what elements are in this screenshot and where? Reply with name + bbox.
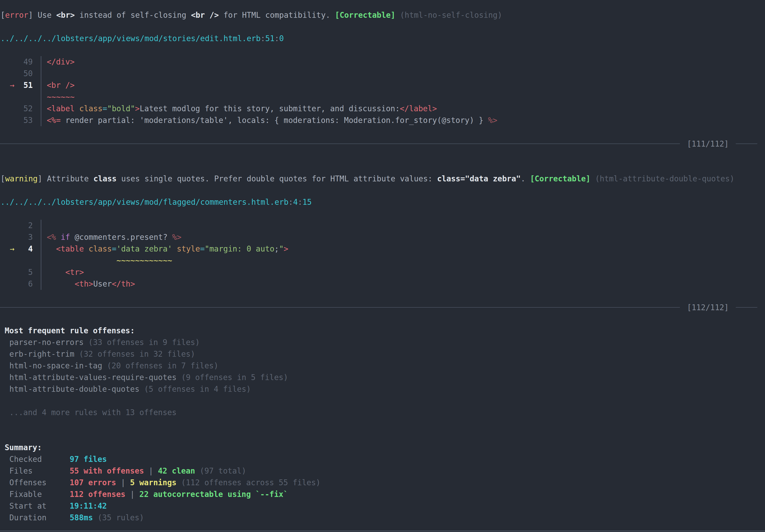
summary-value: 112 offenses | 22 autocorrectable using … — [70, 488, 288, 500]
code-text: </div> — [41, 56, 765, 68]
code-line-flagged: →51 <br /> — [0, 80, 765, 91]
rule-name: erb-right-trim — [9, 349, 74, 358]
code-text: ~~~~~~ — [41, 91, 765, 103]
divider-line — [0, 307, 680, 307]
summary-row-files: Files 55 with offenses | 42 clean (97 to… — [0, 465, 765, 477]
file-path-text: ../../../../lobsters/app/views/mod/stori… — [0, 34, 261, 43]
line-number: 3 — [28, 233, 33, 242]
offense-arrow-icon: → — [10, 243, 15, 255]
line-number: 5 — [28, 267, 33, 277]
severity-warning: warning — [5, 174, 38, 183]
summary-label: Checked — [9, 453, 70, 465]
summary-row-offenses: Offenses 107 errors | 5 warnings (112 of… — [0, 477, 765, 488]
file-path-text: ../../../../lobsters/app/views/mod/flagg… — [0, 198, 289, 207]
line-number: 53 — [23, 116, 33, 125]
line-number: 51 — [23, 81, 33, 90]
summary-label: Fixable — [9, 488, 70, 500]
progress-divider: [112/112] — [0, 301, 765, 313]
column-number-ref: 0 — [279, 34, 284, 43]
code-text — [41, 220, 765, 232]
rule-name: html-attribute-double-quotes — [9, 384, 139, 394]
summary-row-fixable: Fixable 112 offenses | 22 autocorrectabl… — [0, 488, 765, 500]
code-text: ~~~~~~~~~~~~ — [41, 255, 765, 266]
rule-count: (5 offenses in 4 files) — [144, 384, 251, 394]
code-text: <% if @commenters.present? %> — [41, 232, 765, 243]
divider-line — [736, 307, 757, 307]
summary-value: 97 files — [70, 453, 107, 465]
summary-row-start: Start at 19:11:42 — [0, 500, 765, 512]
progress-counter: [112/112] — [687, 303, 729, 312]
correctable-tag: [Correctable] — [335, 11, 395, 20]
line-number: 2 — [28, 221, 33, 230]
line-number: 52 — [23, 104, 33, 113]
code-line: 6 <th>User</th> — [0, 278, 765, 290]
rule-id: (html-attribute-double-quotes) — [595, 174, 734, 183]
offense-arrow-icon: → — [10, 80, 15, 91]
rule-item: parser-no-errors (33 offenses in 9 files… — [0, 336, 765, 348]
more-rules-note: ...and 4 more rules with 13 offenses — [0, 407, 765, 418]
rules-section-title: Most frequent rule offenses: — [0, 325, 765, 336]
file-path: ../../../../lobsters/app/views/mod/stori… — [0, 33, 765, 44]
column-number-ref: 15 — [302, 198, 312, 207]
rule-item: erb-right-trim (32 offenses in 32 files) — [0, 348, 765, 360]
bottom-divider-line — [0, 531, 765, 531]
code-line: 49 </div> — [0, 56, 765, 68]
code-line: 5 <tr> — [0, 266, 765, 278]
terminal-output: [error] Use <br> instead of self-closing… — [0, 0, 765, 531]
code-text: <table class='data zebra' style="margin:… — [41, 243, 765, 255]
code-line-flagged: →4 <table class='data zebra' style="marg… — [0, 243, 765, 255]
lint-message-error: [error] Use <br> instead of self-closing… — [0, 9, 765, 21]
line-number-ref: 51 — [265, 34, 275, 43]
divider-line — [736, 144, 757, 144]
lint-message-warning: [warning] Attribute class uses single qu… — [0, 173, 765, 185]
code-text — [41, 68, 765, 80]
severity-error: error — [5, 11, 28, 20]
progress-divider: [111/112] — [0, 138, 765, 150]
squiggle-underline: ~~~~~~ — [47, 92, 75, 102]
code-line: 50 — [0, 68, 765, 80]
code-line: 2 — [0, 220, 765, 232]
code-line: 53 <%= render partial: 'moderations/tabl… — [0, 115, 765, 126]
line-number: 50 — [23, 69, 33, 78]
code-snippet-1: 49 </div> 50 →51 <br /> ~~~~~~ 52 <label… — [0, 56, 765, 126]
divider-line — [0, 144, 680, 144]
line-number-ref: 4 — [293, 198, 298, 207]
summary-label: Start at — [9, 500, 70, 512]
rule-name: parser-no-errors — [9, 338, 84, 347]
squiggle-line: ~~~~~~~~~~~~ — [0, 255, 765, 266]
summary-label: Duration — [9, 512, 70, 524]
rule-item: html-no-space-in-tag (20 offenses in 7 f… — [0, 360, 765, 372]
summary-value: 588ms (35 rules) — [70, 512, 144, 524]
rule-item: html-attribute-double-quotes (5 offenses… — [0, 383, 765, 395]
rule-name: html-attribute-values-require-quotes — [9, 373, 177, 382]
rule-name: html-no-space-in-tag — [9, 361, 102, 370]
rule-count: (20 offenses in 7 files) — [107, 361, 218, 370]
code-text: <br /> — [41, 80, 765, 91]
squiggle-underline: ~~~~~~~~~~~~ — [116, 256, 172, 265]
squiggle-line: ~~~~~~ — [0, 91, 765, 103]
rule-item: html-attribute-values-require-quotes (9 … — [0, 372, 765, 383]
summary-value: 19:11:42 — [70, 500, 107, 512]
summary-value: 107 errors | 5 warnings (112 offenses ac… — [70, 477, 321, 488]
code-text: <th>User</th> — [41, 278, 765, 290]
rule-count: (9 offenses in 5 files) — [181, 373, 288, 382]
code-line: 52 <label class="bold">Latest modlog for… — [0, 103, 765, 115]
summary-row-duration: Duration 588ms (35 rules) — [0, 512, 765, 524]
line-number: 49 — [23, 57, 33, 66]
rule-count: (33 offenses in 9 files) — [88, 338, 200, 347]
line-number: 6 — [28, 279, 33, 288]
code-snippet-2: 2 3 <% if @commenters.present? %> →4 <ta… — [0, 220, 765, 290]
rule-id: (html-no-self-closing) — [400, 11, 502, 20]
summary-row-checked: Checked 97 files — [0, 453, 765, 465]
summary-label: Offenses — [9, 477, 70, 488]
line-number: 4 — [28, 244, 33, 254]
correctable-tag: [Correctable] — [530, 174, 590, 183]
progress-counter: [111/112] — [687, 139, 729, 149]
code-text: <%= render partial: 'moderations/table',… — [41, 115, 765, 126]
summary-title: Summary: — [0, 442, 765, 453]
code-text: <label class="bold">Latest modlog for th… — [41, 103, 765, 115]
file-path: ../../../../lobsters/app/views/mod/flagg… — [0, 196, 765, 208]
code-text: <tr> — [41, 266, 765, 278]
summary-value: 55 with offenses | 42 clean (97 total) — [70, 465, 246, 477]
rule-count: (32 offenses in 32 files) — [79, 349, 195, 358]
